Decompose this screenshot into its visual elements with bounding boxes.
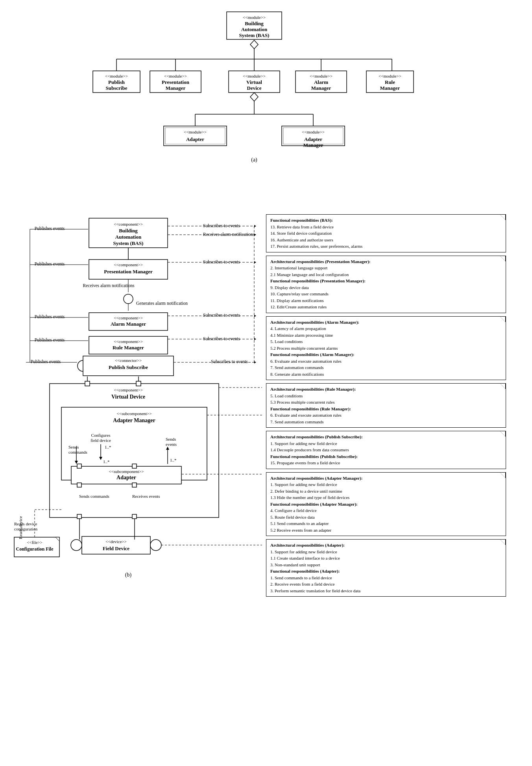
svg-marker-60	[254, 234, 256, 236]
note-pres-item2-1: 10. Capture/relay user commands	[270, 291, 329, 296]
svg-rect-139	[77, 514, 81, 519]
svg-text:Alarm: Alarm	[314, 79, 328, 85]
note-pub-item2-0: 15. Propagate events from a field device	[270, 460, 340, 465]
notes-column: Functional responsibilities (BAS): 13. R…	[266, 214, 506, 600]
note-pres-item1-0: 2. International language support	[270, 265, 327, 270]
note-bas-item-0: 13. Retrieve data from a field device	[270, 224, 334, 229]
part-b: <<component>> Building Automation System…	[10, 214, 522, 759]
svg-text:Reads device: Reads device	[14, 521, 37, 526]
note-pres-title2: Functional responsibilities (Presentatio…	[270, 278, 366, 283]
note-pres-item1-1: 2.1 Manage language and local configurat…	[270, 272, 349, 277]
svg-text:Virtual: Virtual	[246, 79, 262, 85]
svg-marker-57	[254, 225, 256, 227]
svg-point-141	[71, 540, 82, 551]
note-bas-item-3: 17. Persist automation rules, user prefe…	[270, 244, 362, 249]
note-bas: Functional responsibilities (BAS): 13. R…	[266, 214, 506, 252]
note-alarm-item1-0: 4. Latency of alarm propagation	[270, 326, 326, 331]
note-adapter: Architectural responsibilities (Adapter)…	[266, 539, 506, 597]
note-alarm-item1-3: 5.2 Process multiple concurrent alarms	[270, 346, 338, 351]
svg-text:Publishes events: Publishes events	[35, 226, 65, 231]
svg-text:Subscribes to events: Subscribes to events	[203, 260, 240, 264]
svg-text:Publish Subscribe: Publish Subscribe	[109, 364, 148, 370]
note-alarm-item1-2: 5. Load conditions	[270, 339, 303, 344]
note-adapter-manager: Architectural responsibilities (Adapter …	[266, 472, 506, 536]
svg-text:<<module>>: <<module>>	[164, 74, 187, 78]
svg-text:Subscribes to events: Subscribes to events	[203, 313, 240, 317]
note-pub-title2: Functional responsibilities (Publish Sub…	[270, 454, 358, 459]
note-presentation: Architectural responsibilities (Presenta…	[266, 256, 506, 313]
svg-text:Virtual Device: Virtual Device	[111, 394, 145, 400]
note-ad-item2-1: 2. Receive events from a field device	[270, 582, 334, 586]
svg-text:commands: commands	[68, 450, 87, 454]
svg-text:Automation: Automation	[241, 26, 268, 32]
note-alarm-item1-1: 4.1 Minimize alarm processing time	[270, 333, 333, 338]
note-pres-item2-3: 12. Edit/Create automation rules	[270, 304, 327, 309]
svg-text:Sends: Sends	[166, 437, 176, 441]
note-pres-item2-2: 11. Display alarm notifications	[270, 298, 324, 303]
note-rule-item2-0: 6. Evaluate and execute automation rules	[270, 413, 342, 417]
svg-text:Subscribes to events: Subscribes to events	[211, 359, 248, 364]
svg-text:Manager: Manager	[311, 85, 331, 91]
note-rule-title1: Architectural responsibilities (Rule Man…	[270, 387, 356, 391]
note-am-item1-0: 1. Support for adding new field device	[270, 482, 337, 487]
svg-text:Publishes events: Publishes events	[35, 314, 65, 319]
svg-text:Configuration File: Configuration File	[16, 546, 54, 552]
note-pub-title1: Architectural responsibilities (Publish …	[270, 434, 363, 439]
svg-text:Rule Manager: Rule Manager	[113, 345, 144, 351]
svg-marker-5	[250, 40, 258, 49]
svg-rect-132	[77, 464, 81, 468]
svg-text:Adapter Manager: Adapter Manager	[113, 417, 155, 423]
svg-text:Manager: Manager	[303, 142, 323, 148]
note-ad-item2-2: 3. Perform semantic translation for fiel…	[270, 588, 360, 593]
note-am-item2-0: 4. Configure a field device	[270, 508, 317, 513]
note-alarm-item2-0: 6. Evaluate and execute automation rules	[270, 359, 342, 364]
note-am-title2: Functional responsibilities (Adapter Man…	[270, 502, 358, 506]
svg-text:Sends: Sends	[68, 445, 79, 449]
svg-marker-90	[254, 338, 256, 340]
note-rule-title2: Functional responsibilities (Rule Manage…	[270, 406, 351, 411]
svg-text:Rule: Rule	[385, 79, 395, 85]
note-am-item1-2: 1.3 Hide the number and type of field de…	[270, 495, 349, 500]
svg-text:Device: Device	[247, 85, 262, 91]
svg-text:<<module>>: <<module>>	[105, 74, 128, 78]
note-alarm-title1: Architectural responsibilities (Alarm Ma…	[270, 320, 359, 325]
svg-rect-38	[164, 126, 227, 146]
note-alarm: Architectural responsibilities (Alarm Ma…	[266, 316, 506, 380]
svg-text:Building: Building	[245, 20, 264, 26]
svg-text:Presentation: Presentation	[162, 79, 190, 85]
note-pub-item1-1: 1.4 Decouple producers from data consume…	[270, 447, 349, 452]
note-rule-item2-1: 7. Send automation commands	[270, 419, 324, 424]
svg-text:<<module>>: <<module>>	[184, 130, 207, 134]
svg-text:(a): (a)	[251, 157, 257, 163]
svg-text:Publishes events: Publishes events	[31, 359, 61, 364]
diagram-a-svg: <<module>> Building Automation System (B…	[89, 8, 443, 201]
note-ad-item1-2: 3. Non-standard unit support	[270, 562, 320, 567]
svg-text:Subscribes to events: Subscribes to events	[203, 223, 240, 228]
svg-text:<<subcomponent>>: <<subcomponent>>	[117, 411, 152, 416]
svg-text:<<module>>: <<module>>	[243, 15, 266, 20]
svg-text:Generates alarm notification: Generates alarm notification	[136, 301, 188, 306]
note-rule-item1-0: 5. Load conditions	[270, 393, 303, 398]
svg-point-142	[150, 540, 161, 551]
svg-text:Receives alarm notifications: Receives alarm notifications	[203, 232, 255, 237]
svg-text:<<module>>: <<module>>	[379, 74, 401, 78]
svg-text:Publishes events: Publishes events	[35, 262, 65, 266]
note-am-item2-3: 5.2 Receive events from an adapter	[270, 528, 331, 532]
svg-text:Configures: Configures	[91, 433, 111, 438]
note-publish: Architectural responsibilities (Publish …	[266, 431, 506, 469]
svg-text:<<subcomponent>>: <<subcomponent>>	[109, 469, 144, 474]
note-am-item2-1: 5. Route field device data	[270, 515, 315, 519]
svg-text:Field Device: Field Device	[103, 545, 129, 551]
svg-text:Alarm Manager: Alarm Manager	[111, 321, 146, 327]
note-alarm-title2: Functional responsibilities (Alarm Manag…	[270, 352, 354, 357]
svg-text:<<module>>: <<module>>	[302, 130, 325, 134]
note-alarm-item2-1: 7. Send automation commands	[270, 365, 324, 370]
note-alarm-item2-2: 8. Generate alarm notifications	[270, 372, 324, 377]
svg-text:<<component>>: <<component>>	[114, 262, 143, 267]
svg-text:<<connector>>: <<connector>>	[115, 358, 142, 363]
svg-marker-82	[254, 315, 256, 317]
part-a: <<module>> Building Automation System (B…	[89, 8, 443, 202]
svg-text:1..*: 1..*	[103, 459, 110, 464]
svg-text:Automation: Automation	[115, 234, 142, 240]
svg-text:Adapter: Adapter	[186, 136, 204, 142]
